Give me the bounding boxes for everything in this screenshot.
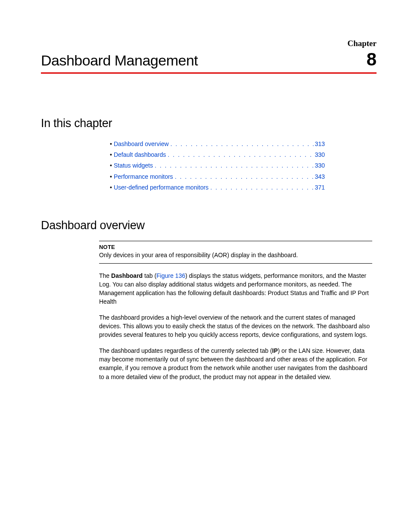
table-of-contents: • Dashboard overview 313 • Default dashb… [110,139,325,193]
bullet-icon: • [110,171,112,182]
toc-item: • Default dashboards 330 [110,149,325,160]
text-run: tab ( [143,272,156,279]
toc-link-dashboard-overview[interactable]: Dashboard overview [114,139,169,149]
note-text: Only devices in your area of responsibil… [99,252,298,258]
document-page: Chapter Dashboard Management 8 In this c… [0,0,411,414]
toc-link-status-widgets[interactable]: Status widgets [114,160,153,171]
toc-page-number[interactable]: 371 [315,182,325,193]
chapter-header: Dashboard Management 8 [41,49,377,74]
toc-page-number[interactable]: 313 [315,139,325,149]
toc-leader [153,160,315,171]
bullet-icon: • [110,182,112,193]
paragraph: The dashboard provides a high-level over… [99,313,372,339]
note-box: NOTE Only devices in your area of respon… [99,241,372,264]
toc-page-number[interactable]: 330 [315,149,325,160]
figure-link[interactable]: Figure 136 [156,272,185,279]
toc-leader [209,182,315,193]
note-label: NOTE [99,244,372,250]
toc-item: • Status widgets 330 [110,160,325,171]
section-in-this-chapter: In this chapter [41,117,377,130]
content-body: NOTE Only devices in your area of respon… [99,241,372,381]
toc-link-performance-monitors[interactable]: Performance monitors [114,171,173,182]
bullet-icon: • [110,149,112,160]
toc-page-number[interactable]: 330 [315,160,325,171]
toc-item: • Dashboard overview 313 [110,139,325,149]
toc-item: • User-defined performance monitors 371 [110,182,325,193]
toc-leader [166,149,314,160]
chapter-title: Dashboard Management [41,52,198,69]
chapter-number: 8 [367,49,377,70]
paragraph: The dashboard updates regardless of the … [99,346,372,381]
paragraph: The Dashboard tab (Figure 136) displays … [99,271,372,306]
section-dashboard-overview: Dashboard overview [41,219,377,232]
toc-leader [173,171,315,182]
bullet-icon: • [110,139,112,149]
bold-ip: IP [272,347,278,354]
bold-dashboard: Dashboard [111,272,143,279]
chapter-label: Chapter [41,39,377,48]
toc-leader [169,139,315,149]
text-run: The dashboard updates regardless of the … [99,347,272,354]
text-run: The [99,272,111,279]
bullet-icon: • [110,160,112,171]
toc-link-default-dashboards[interactable]: Default dashboards [114,149,166,160]
toc-link-user-defined-monitors[interactable]: User-defined performance monitors [114,182,209,193]
toc-page-number[interactable]: 343 [315,171,325,182]
toc-item: • Performance monitors 343 [110,171,325,182]
